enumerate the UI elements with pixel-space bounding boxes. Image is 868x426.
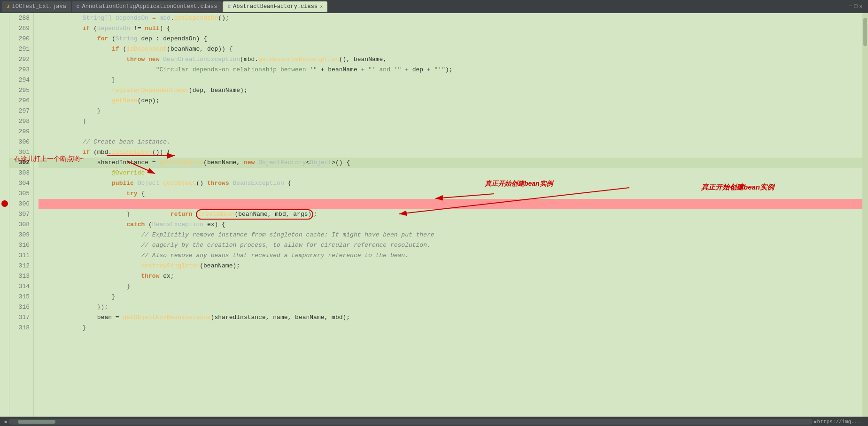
code-line-298: } <box>39 116 862 127</box>
ln-289: 289 <box>9 23 30 34</box>
ln-297: 297 <box>9 106 30 116</box>
scroll-thumb-vertical[interactable] <box>863 18 867 46</box>
code-area: 288 289 290 291 292 293 294 295 296 297 … <box>0 13 868 417</box>
ln-304: 304 <box>9 178 30 189</box>
right-annotation-label: 真正开始创建bean实例 <box>485 180 553 188</box>
breakpoint-marker-306[interactable] <box>1 200 8 207</box>
code-line-291: if (isDependent(beanName, dep)) { <box>39 44 862 54</box>
ln-305: 305 <box>9 189 30 199</box>
code-line-312: destroySingleton(beanName); <box>39 261 862 271</box>
code-line-306: return createBean(beanName, mbd, args); <box>39 199 862 209</box>
tab-annotationconfig[interactable]: C AnnotationConfigApplicationContext.cla… <box>72 1 222 12</box>
code-line-316: }); <box>39 302 862 312</box>
left-margin <box>0 13 9 417</box>
tab-icon-class2: C <box>227 4 231 9</box>
ln-295: 295 <box>9 85 30 96</box>
code-line-303: @Override <box>39 168 862 178</box>
ln-302: 302 <box>9 158 30 168</box>
ln-288: 288 <box>9 13 30 23</box>
code-line-288: String[] dependsOn = mbd.getDependsOn(); <box>39 13 862 23</box>
code-line-317: bean = getObjectForBeanInstance(sharedIn… <box>39 312 862 323</box>
tab-label-annotationconfig: AnnotationConfigApplicationContext.class <box>82 3 217 10</box>
ln-307: 307 <box>9 209 30 220</box>
ln-312: 312 <box>9 261 30 271</box>
window-close-button[interactable]: ✕ <box>859 3 862 9</box>
tab-close-button[interactable]: ✕ <box>320 4 323 9</box>
ln-303: 303 <box>9 168 30 178</box>
code-line-290: for (String dep : dependsOn) { <box>39 34 862 44</box>
ln-294: 294 <box>9 75 30 85</box>
ln-309: 309 <box>9 230 30 240</box>
window-restore-button[interactable]: □ <box>854 3 858 9</box>
code-line-297: } <box>39 106 862 116</box>
ln-296: 296 <box>9 96 30 106</box>
code-line-309: // Explicitly remove instance from singl… <box>39 230 862 240</box>
code-line-307: } <box>39 209 862 220</box>
scroll-left-button[interactable]: ◀ <box>4 419 7 425</box>
ln-316: 316 <box>9 302 30 312</box>
vertical-scrollbar[interactable] <box>862 13 868 417</box>
ln-298: 298 <box>9 116 30 127</box>
ln-293: 293 <box>9 65 30 75</box>
ln-314: 314 <box>9 281 30 292</box>
code-content: String[] dependsOn = mbd.getDependsOn();… <box>34 13 862 417</box>
ln-311: 311 <box>9 251 30 261</box>
code-line-315: } <box>39 292 862 302</box>
bottom-bar: ◀ ▶ https://img... <box>0 417 868 426</box>
window-min-button[interactable]: ─ <box>849 3 852 9</box>
code-line-292: throw new BeanCreationException(mbd.getR… <box>39 54 862 65</box>
ln-301: 301 <box>9 147 30 158</box>
ln-313: 313 <box>9 271 30 281</box>
tab-bar: J IOCTest_Ext.java C AnnotationConfigApp… <box>0 0 868 13</box>
ln-306: 306 <box>9 199 30 209</box>
code-line-318: } <box>39 323 862 333</box>
ln-318: 318 <box>9 323 30 333</box>
code-line-302: sharedInstance = getSingleton(beanName, … <box>39 158 862 168</box>
ln-300: 300 <box>9 137 30 147</box>
scroll-thumb-horizontal[interactable] <box>18 420 55 424</box>
status-bar-url: https://img... <box>817 419 864 425</box>
code-line-294: } <box>39 75 862 85</box>
tab-icon-java: J <box>7 4 10 9</box>
code-line-299 <box>39 127 862 137</box>
ln-290: 290 <box>9 34 30 44</box>
code-line-293: "Circular depends-on relationship betwee… <box>39 65 862 75</box>
code-line-296: getBean(dep); <box>39 96 862 106</box>
horizontal-scrollbar[interactable] <box>8 419 813 425</box>
code-line-301: if (mbd.isSingleton()) { <box>39 147 862 158</box>
tab-label-abstractbeanfactory: AbstractBeanFactory.class <box>233 3 318 10</box>
ln-292: 292 <box>9 54 30 65</box>
tab-abstractbeanfactory[interactable]: C AbstractBeanFactory.class ✕ <box>223 1 327 12</box>
tab-label-ioctest: IOCTest_Ext.java <box>12 3 66 10</box>
code-line-304: public Object getObject() throws BeansEx… <box>39 178 862 189</box>
ln-308: 308 <box>9 220 30 230</box>
line-numbers: 288 289 290 291 292 293 294 295 296 297 … <box>9 13 34 417</box>
code-line-295: registerDependentBean(dep, beanName); <box>39 85 862 96</box>
editor-container: J IOCTest_Ext.java C AnnotationConfigApp… <box>0 0 868 426</box>
code-line-310: // eagerly by the creation process, to a… <box>39 240 862 251</box>
ln-317: 317 <box>9 312 30 323</box>
code-line-308: catch (BeansException ex) { <box>39 220 862 230</box>
tab-ioctest[interactable]: J IOCTest_Ext.java <box>2 1 71 12</box>
code-line-311: // Also remove any beans that received a… <box>39 251 862 261</box>
code-line-300: // Create bean instance. <box>39 137 862 147</box>
ln-299: 299 <box>9 127 30 137</box>
code-line-313: throw ex; <box>39 271 862 281</box>
ln-315: 315 <box>9 292 30 302</box>
ln-310: 310 <box>9 240 30 251</box>
tab-icon-class1: C <box>77 4 80 9</box>
code-line-314: } <box>39 281 862 292</box>
code-line-305: try { <box>39 189 862 199</box>
code-line-289: if (dependsOn != null) { <box>39 23 862 34</box>
ln-291: 291 <box>9 44 30 54</box>
